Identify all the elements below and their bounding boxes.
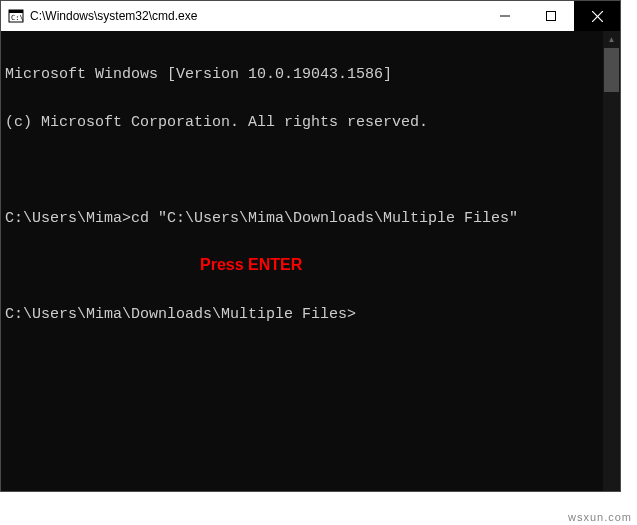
maximize-icon [546,11,556,21]
cmd-icon: C:\ [8,8,24,24]
terminal-line: Microsoft Windows [Version 10.0.19043.15… [5,67,620,83]
window-controls [482,1,620,31]
scroll-up-icon[interactable]: ▲ [603,31,620,48]
terminal-line: C:\Users\Mima>cd "C:\Users\Mima\Download… [5,211,620,227]
scroll-thumb[interactable] [604,48,619,92]
window-title: C:\Windows\system32\cmd.exe [30,9,482,23]
terminal-prompt: C:\Users\Mima\Downloads\Multiple Files> [5,307,620,323]
terminal-line [5,259,620,275]
svg-rect-4 [547,12,556,21]
annotation-text: Press ENTER [200,256,302,274]
maximize-button[interactable] [528,1,574,31]
scrollbar[interactable]: ▲ [603,31,620,491]
terminal-output[interactable]: Microsoft Windows [Version 10.0.19043.15… [1,31,620,491]
minimize-icon [500,11,510,21]
close-icon [592,11,603,22]
watermark: wsxun.com [568,511,632,523]
terminal-line: (c) Microsoft Corporation. All rights re… [5,115,620,131]
titlebar[interactable]: C:\ C:\Windows\system32\cmd.exe [1,1,620,31]
cmd-window: C:\ C:\Windows\system32\cmd.exe [0,0,621,492]
close-button[interactable] [574,1,620,31]
svg-text:C:\: C:\ [11,14,24,22]
minimize-button[interactable] [482,1,528,31]
svg-rect-1 [9,10,23,13]
terminal-line [5,163,620,179]
